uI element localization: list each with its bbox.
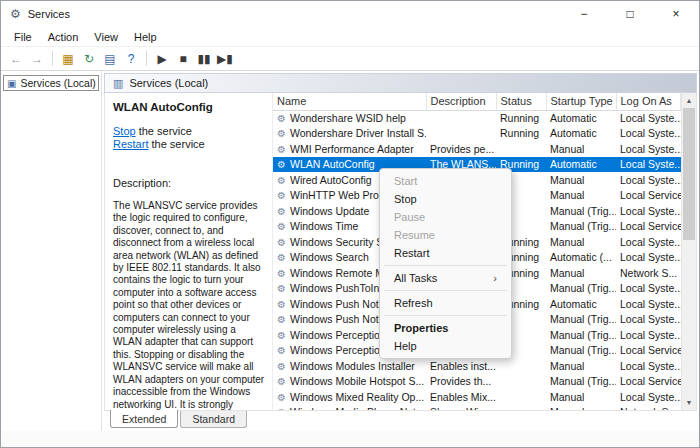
context-menu-item-label: Resume — [394, 226, 435, 244]
service-status — [496, 389, 546, 405]
vertical-scrollbar[interactable]: ▲ ▼ — [681, 93, 696, 410]
service-name: Windows Push Notif... — [290, 313, 393, 325]
help-icon[interactable]: ? — [121, 49, 141, 69]
context-menu-item-label: Pause — [394, 208, 425, 226]
service-row[interactable]: ⚙Wondershare Driver Install S... Running… — [273, 126, 681, 142]
service-log-on-as: Local Service — [616, 343, 681, 359]
service-startup-type: Manual — [546, 188, 616, 204]
selected-service-name: WLAN AutoConfig — [113, 101, 265, 113]
restart-link-suffix: the service — [148, 138, 204, 150]
description-heading: Description: — [113, 177, 265, 189]
service-gear-icon: ⚙ — [277, 299, 286, 310]
context-menu-item-label: Restart — [394, 244, 429, 262]
maximize-button[interactable]: □ — [607, 1, 653, 27]
context-menu-item-all-tasks[interactable]: All Tasks› — [382, 269, 509, 287]
service-status — [496, 358, 546, 374]
toolbar-separator — [52, 51, 53, 66]
service-row[interactable]: ⚙Windows Mixed Reality Op... Enables Mix… — [273, 389, 681, 405]
column-header-startup-type[interactable]: Startup Type — [546, 93, 616, 110]
pane-header-title: Services (Local) — [129, 77, 208, 89]
restart-service-icon[interactable]: ▶▮ — [215, 49, 235, 69]
stop-service-link[interactable]: Stop — [113, 125, 136, 137]
service-gear-icon: ⚙ — [277, 113, 286, 124]
menu-view[interactable]: View — [86, 29, 126, 45]
column-header-status[interactable]: Status — [496, 93, 546, 110]
context-menu-item-label: Properties — [394, 319, 448, 337]
context-menu-item-resume: Resume — [382, 226, 509, 244]
stop-service-icon[interactable]: ■ — [173, 49, 193, 69]
service-name: Wired AutoConfig — [290, 174, 372, 186]
context-menu-item-properties[interactable]: Properties — [382, 319, 509, 337]
service-startup-type: Automatic — [546, 126, 616, 142]
service-name: Wondershare WSID help — [290, 112, 406, 124]
menu-help[interactable]: Help — [126, 29, 165, 45]
service-log-on-as: Local Syste... — [616, 327, 681, 343]
service-log-on-as: Local Syste... — [616, 126, 681, 142]
tree-item-services-local[interactable]: ▣ Services (Local) — [3, 75, 99, 91]
service-startup-type: Manual — [546, 265, 616, 281]
restart-service-link[interactable]: Restart — [113, 138, 148, 150]
service-gear-icon: ⚙ — [277, 283, 286, 294]
service-startup-type: Manual (Trig... — [546, 219, 616, 235]
service-name: Wondershare Driver Install S... — [290, 127, 426, 139]
column-header-name[interactable]: Name — [273, 93, 426, 110]
context-menu-item-stop[interactable]: Stop — [382, 190, 509, 208]
context-menu-item-start: Start — [382, 172, 509, 190]
tab-extended[interactable]: Extended — [110, 410, 178, 428]
service-row[interactable]: ⚙Wondershare WSID help Running Automatic… — [273, 110, 681, 126]
service-row[interactable]: ⚙WMI Performance Adapter Provides pe... … — [273, 141, 681, 157]
export-list-icon[interactable]: ▤ — [100, 49, 120, 69]
service-startup-type: Manual — [546, 389, 616, 405]
scroll-down-icon[interactable]: ▼ — [682, 395, 696, 410]
context-menu-item-help[interactable]: Help — [382, 337, 509, 355]
menu-action[interactable]: Action — [40, 29, 87, 45]
service-row[interactable]: ⚙Windows Media Player Net... Shares Win.… — [273, 405, 681, 411]
service-gear-icon: ⚙ — [277, 128, 286, 139]
context-menu-item-restart[interactable]: Restart — [382, 244, 509, 262]
service-gear-icon: ⚙ — [277, 376, 286, 387]
service-gear-icon: ⚙ — [277, 252, 286, 263]
service-log-on-as: Local Service — [616, 188, 681, 204]
column-header-description[interactable]: Description — [426, 93, 496, 110]
service-gear-icon: ⚙ — [277, 159, 286, 170]
service-detail-panel: WLAN AutoConfig Stop the service Restart… — [105, 93, 273, 410]
service-log-on-as: Local Syste... — [616, 110, 681, 126]
tab-standard[interactable]: Standard — [180, 411, 247, 428]
window-bottom-edge — [1, 431, 699, 447]
context-menu-item-label: Refresh — [394, 294, 433, 312]
show-console-tree-icon[interactable]: ▦ — [58, 49, 78, 69]
close-button[interactable]: × — [653, 1, 699, 27]
start-service-icon[interactable]: ▶ — [152, 49, 172, 69]
service-status: Running — [496, 110, 546, 126]
minimize-button[interactable]: − — [561, 1, 607, 27]
toolbar: ←→▦↻▤?▶■▮▮▶▮ — [1, 46, 699, 71]
service-row[interactable]: ⚙Windows Modules Installer Enables inst.… — [273, 358, 681, 374]
scrollbar-track[interactable] — [682, 108, 696, 395]
toolbar-separator — [146, 51, 147, 66]
menu-file[interactable]: File — [6, 29, 40, 45]
service-log-on-as: Local Syste... — [616, 203, 681, 219]
forward-icon[interactable]: → — [27, 49, 47, 69]
refresh-icon[interactable]: ↻ — [79, 49, 99, 69]
service-description-cell: Enables inst... — [426, 358, 496, 374]
pause-service-icon[interactable]: ▮▮ — [194, 49, 214, 69]
service-gear-icon: ⚙ — [277, 190, 286, 201]
scroll-up-icon[interactable]: ▲ — [682, 93, 696, 108]
services-local-icon: ▥ — [113, 77, 123, 90]
back-icon[interactable]: ← — [6, 49, 26, 69]
console-root-icon: ▣ — [7, 78, 16, 89]
service-row[interactable]: ⚙Windows Mobile Hotspot S... Provides th… — [273, 374, 681, 390]
service-log-on-as: Local Syste... — [616, 250, 681, 266]
context-menu: StartStopPauseResumeRestartAll Tasks›Ref… — [379, 168, 512, 359]
window-title: Services — [28, 8, 70, 20]
service-name: Windows Search — [290, 251, 369, 263]
view-tabs: Extended Standard — [102, 411, 699, 431]
service-startup-type: Manual (Trig... — [546, 312, 616, 328]
service-name: Windows Update — [290, 205, 369, 217]
service-log-on-as: Local Syste... — [616, 358, 681, 374]
service-startup-type: Manual — [546, 358, 616, 374]
scrollbar-thumb[interactable] — [683, 108, 695, 240]
column-header-log-on-as[interactable]: Log On As — [616, 93, 681, 110]
context-menu-item-refresh[interactable]: Refresh — [382, 294, 509, 312]
service-description-cell: Shares Win... — [426, 405, 496, 411]
